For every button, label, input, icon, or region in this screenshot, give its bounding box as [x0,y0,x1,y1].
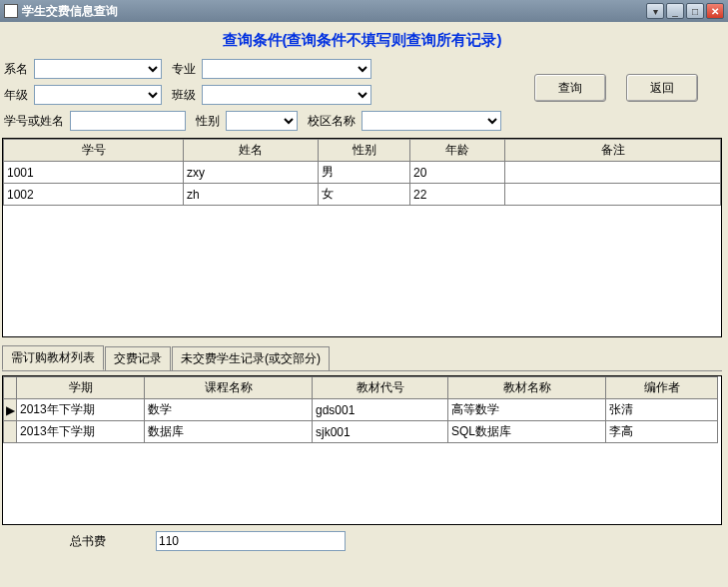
col-header[interactable]: 课程名称 [145,377,313,399]
dept-label: 系名 [4,61,28,78]
campus-label: 校区名称 [308,113,356,130]
table-row[interactable]: 1002zh女22 [4,184,721,206]
dept-select[interactable] [34,59,162,79]
sex-select[interactable] [226,111,298,131]
table-row[interactable]: 1001zxy男20 [4,162,721,184]
minimize-button[interactable]: _ [666,3,684,19]
tab-books[interactable]: 需订购教材列表 [2,345,104,370]
close-button[interactable]: ✕ [706,3,724,19]
query-button[interactable]: 查询 [534,74,606,102]
table-row[interactable]: ▶2013年下学期数学gds001高等数学张清 [4,399,718,421]
col-header[interactable]: 教材名称 [448,377,606,399]
grade-select[interactable] [34,85,162,105]
class-label: 班级 [172,87,196,104]
app-icon [4,4,18,18]
row-marker: ▶ [4,399,17,421]
col-header[interactable]: 姓名 [184,140,319,162]
col-header[interactable]: 学期 [17,377,145,399]
col-header[interactable]: 备注 [505,140,721,162]
idorname-label: 学号或姓名 [4,113,64,130]
total-label: 总书费 [70,533,106,550]
back-button[interactable]: 返回 [626,74,698,102]
col-header[interactable]: 学号 [4,140,184,162]
titlebar: 学生交费信息查询 ▾ _ □ ✕ [0,0,728,22]
major-label: 专业 [172,61,196,78]
row-marker [4,421,17,443]
sex-label: 性别 [196,113,220,130]
students-grid[interactable]: 学号姓名性别年龄备注 1001zxy男201002zh女22 [2,138,722,337]
maximize-button[interactable]: □ [686,3,704,19]
col-header[interactable]: 年龄 [410,140,505,162]
tabs: 需订购教材列表 交费记录 未交费学生记录(或交部分) [2,345,724,370]
grade-label: 年级 [4,87,28,104]
total-input[interactable] [156,531,346,551]
window-title: 学生交费信息查询 [22,3,646,20]
query-header: 查询条件(查询条件不填写则查询所有记录) [0,26,724,56]
books-grid[interactable]: 学期课程名称教材代号教材名称编作者 ▶2013年下学期数学gds001高等数学张… [2,375,722,525]
idorname-input[interactable] [70,111,186,131]
class-select[interactable] [202,85,371,105]
campus-select[interactable] [362,111,501,131]
col-header[interactable]: 教材代号 [313,377,448,399]
tab-unpaid[interactable]: 未交费学生记录(或交部分) [172,346,330,370]
tab-payments[interactable]: 交费记录 [105,346,171,370]
col-header[interactable]: 性别 [319,140,410,162]
col-header[interactable]: 编作者 [606,377,718,399]
table-row[interactable]: 2013年下学期数据库sjk001SQL数据库李高 [4,421,718,443]
major-select[interactable] [202,59,371,79]
menu-button[interactable]: ▾ [646,3,664,19]
